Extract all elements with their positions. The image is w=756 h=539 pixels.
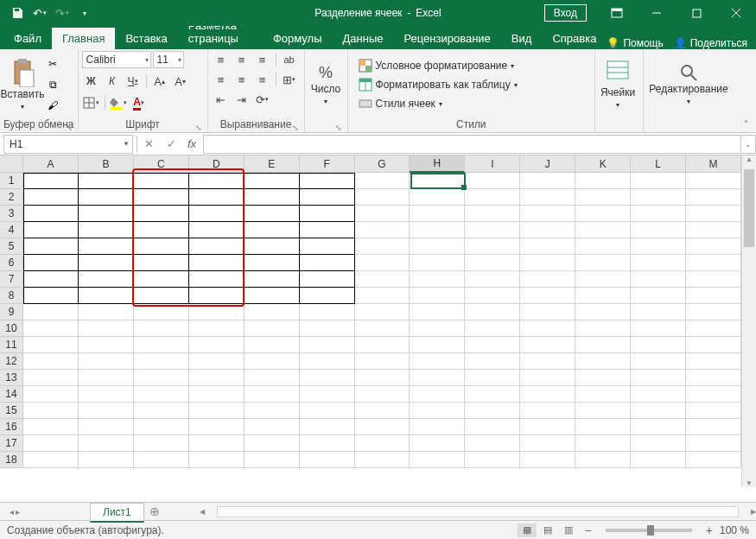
formula-input[interactable] <box>203 135 740 154</box>
collapse-ribbon-icon[interactable]: ˄ <box>744 119 748 129</box>
tab-file[interactable]: Файл <box>3 28 52 49</box>
sheet-nav[interactable]: ◂ ▸ <box>0 507 29 517</box>
zoom-level[interactable]: 100 % <box>720 524 749 536</box>
add-sheet-icon[interactable]: ⊕ <box>144 504 165 518</box>
zoom-slider[interactable] <box>606 529 692 532</box>
column-header[interactable]: M <box>686 155 741 173</box>
italic-button[interactable]: К <box>103 73 122 90</box>
align-right-icon[interactable]: ≡ <box>253 71 272 88</box>
row-header[interactable]: 11 <box>0 337 23 353</box>
grow-font-icon[interactable]: A▴ <box>150 73 169 90</box>
align-middle-icon[interactable]: ≡ <box>232 51 251 68</box>
paste-button[interactable]: Вставить▾ <box>3 51 41 118</box>
column-header[interactable]: A <box>23 155 79 173</box>
dialog-launcher-icon[interactable]: ⤡ <box>292 124 299 132</box>
underline-button[interactable]: Ч▾ <box>124 73 143 90</box>
maximize-icon[interactable] <box>677 0 716 26</box>
row-header[interactable]: 7 <box>0 271 23 288</box>
zoom-out-icon[interactable]: − <box>585 523 592 537</box>
row-header[interactable]: 4 <box>0 222 23 238</box>
cells-button[interactable]: Ячейки▾ <box>599 51 637 118</box>
align-bottom-icon[interactable]: ≡ <box>253 51 272 68</box>
column-header[interactable]: J <box>520 155 575 173</box>
align-left-icon[interactable]: ≡ <box>212 71 231 88</box>
login-button[interactable]: Вход <box>544 4 587 22</box>
column-header[interactable]: I <box>465 155 520 173</box>
align-center-icon[interactable]: ≡ <box>232 71 251 88</box>
row-header[interactable]: 9 <box>0 304 23 320</box>
row-header[interactable]: 3 <box>0 206 23 222</box>
row-header[interactable]: 12 <box>0 353 23 370</box>
tab-review[interactable]: Рецензирование <box>393 28 500 49</box>
cells-grid[interactable] <box>23 173 741 487</box>
row-header[interactable]: 2 <box>0 189 23 206</box>
column-header[interactable]: B <box>79 155 134 173</box>
copy-icon[interactable]: ⧉ <box>43 76 62 93</box>
column-header[interactable]: E <box>245 155 300 173</box>
column-header[interactable]: F <box>300 155 355 173</box>
font-name-combo[interactable]: Calibri▾ <box>82 51 151 68</box>
bold-button[interactable]: Ж <box>82 73 101 90</box>
font-size-combo[interactable]: 11▾ <box>153 51 184 68</box>
tab-insert[interactable]: Вставка <box>115 28 177 49</box>
ribbon-display-icon[interactable] <box>597 0 637 26</box>
column-header[interactable]: K <box>575 155 631 173</box>
conditional-formatting-button[interactable]: Условное форматирование▾ <box>355 57 591 74</box>
close-icon[interactable] <box>716 0 756 26</box>
row-header[interactable]: 5 <box>0 238 23 255</box>
zoom-in-icon[interactable]: + <box>706 523 713 537</box>
column-header[interactable]: D <box>189 155 245 173</box>
row-header[interactable]: 1 <box>0 173 23 189</box>
row-header[interactable]: 8 <box>0 288 23 304</box>
cut-icon[interactable]: ✂ <box>43 55 62 73</box>
increase-indent-icon[interactable]: ⇥ <box>232 91 251 108</box>
row-header[interactable]: 16 <box>0 419 23 435</box>
dialog-launcher-icon[interactable]: ⤡ <box>66 124 73 132</box>
normal-view-icon[interactable]: ▦ <box>518 523 537 537</box>
format-as-table-button[interactable]: Форматировать как таблицу▾ <box>355 76 591 93</box>
decrease-indent-icon[interactable]: ⇤ <box>212 91 231 108</box>
row-header[interactable]: 15 <box>0 403 23 419</box>
page-layout-view-icon[interactable]: ▤ <box>538 523 557 537</box>
qat-customize-icon[interactable]: ▾ <box>74 3 95 23</box>
column-header[interactable]: C <box>134 155 189 173</box>
column-header[interactable]: G <box>355 155 410 173</box>
tab-data[interactable]: Данные <box>332 28 393 49</box>
shrink-font-icon[interactable]: A▾ <box>171 73 190 90</box>
editing-button[interactable]: Редактирование▾ <box>647 51 730 118</box>
tab-formulas[interactable]: Формулы <box>263 28 333 49</box>
page-break-view-icon[interactable]: ▥ <box>559 523 578 537</box>
row-header[interactable]: 13 <box>0 370 23 386</box>
name-box[interactable]: H1▼ <box>3 135 133 154</box>
tell-me-button[interactable]: 💡Помощь <box>607 37 663 49</box>
wrap-text-icon[interactable]: ab <box>280 51 299 68</box>
align-top-icon[interactable]: ≡ <box>212 51 231 68</box>
select-all-corner[interactable] <box>0 155 23 173</box>
horizontal-scrollbar[interactable]: ◀▶ <box>200 506 756 517</box>
row-header[interactable]: 17 <box>0 435 23 452</box>
row-header[interactable]: 18 <box>0 452 23 468</box>
redo-icon[interactable]: ↷▾ <box>52 3 73 23</box>
column-header[interactable]: L <box>631 155 686 173</box>
dialog-launcher-icon[interactable]: ⤡ <box>335 124 342 132</box>
undo-icon[interactable]: ↶▾ <box>29 3 50 23</box>
row-header[interactable]: 10 <box>0 320 23 337</box>
fx-icon[interactable]: fx <box>182 137 201 150</box>
cancel-icon[interactable]: ✕ <box>137 135 160 154</box>
row-header[interactable]: 14 <box>0 386 23 403</box>
cell-styles-button[interactable]: Стили ячеек▾ <box>355 95 591 112</box>
save-icon[interactable] <box>7 3 28 23</box>
minimize-icon[interactable] <box>637 0 677 26</box>
borders-icon[interactable]: ▾ <box>82 94 101 111</box>
column-header[interactable]: H <box>410 155 465 173</box>
row-header[interactable]: 6 <box>0 255 23 271</box>
font-color-icon[interactable]: А▾ <box>130 94 149 111</box>
vertical-scrollbar[interactable]: ▲▼ <box>741 155 756 487</box>
sheet-tab[interactable]: Лист1 <box>90 503 144 523</box>
tab-home[interactable]: Главная <box>52 28 115 49</box>
merge-icon[interactable]: ⊞▾ <box>280 71 299 88</box>
tab-view[interactable]: Вид <box>501 28 543 49</box>
expand-formula-icon[interactable]: ⌄ <box>740 135 756 154</box>
share-button[interactable]: 👤Поделиться <box>674 37 747 49</box>
number-format-button[interactable]: % Число▾ <box>308 51 344 118</box>
